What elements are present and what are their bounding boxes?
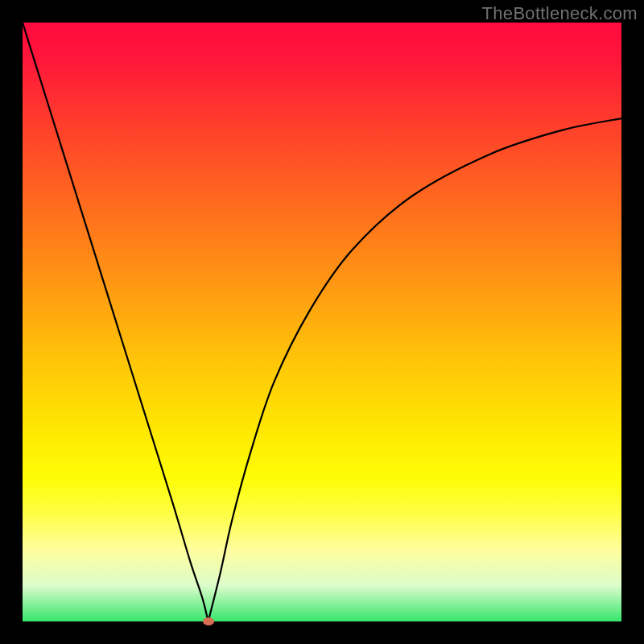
curve-svg bbox=[23, 23, 621, 621]
chart-container: TheBottleneck.com bbox=[0, 0, 644, 644]
minimum-marker bbox=[203, 617, 214, 625]
plot-area bbox=[23, 23, 621, 621]
curve-right-branch bbox=[208, 118, 621, 621]
watermark-text: TheBottleneck.com bbox=[482, 3, 638, 24]
curve-left-branch bbox=[23, 23, 208, 621]
